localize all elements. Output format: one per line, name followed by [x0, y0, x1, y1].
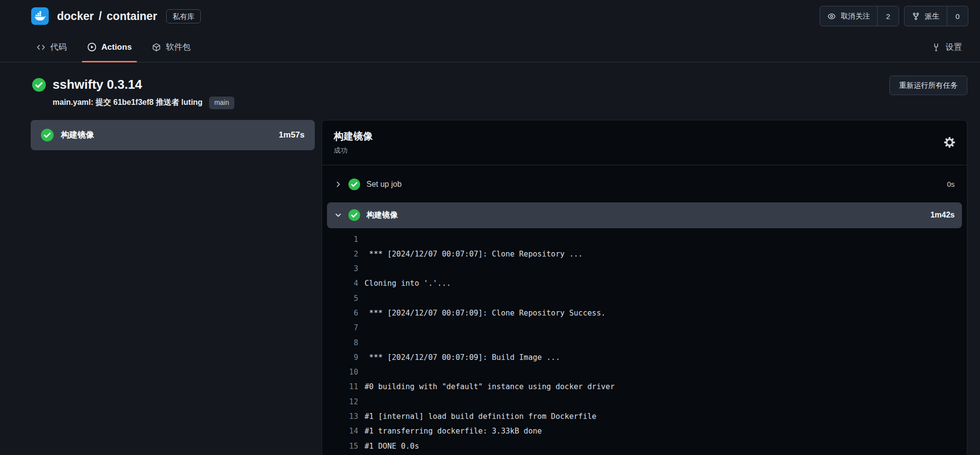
log-line-number[interactable]: 1 — [322, 232, 358, 247]
log-line: 13 #1 [internal] load build definition f… — [322, 409, 967, 424]
chevron-right-icon — [334, 180, 342, 188]
log-line-text: #0 building with "default" instance usin… — [365, 379, 615, 394]
branch-badge[interactable]: main — [209, 97, 234, 109]
log-line: 12 — [322, 395, 967, 409]
repo-tab-bar: 代码 Actions 软件包 设置 — [0, 32, 980, 62]
log-line-text: #1 transferring dockerfile: 3.33kB done — [365, 424, 542, 438]
log-line-number[interactable]: 8 — [322, 336, 358, 350]
log-line: 14 #1 transferring dockerfile: 3.33kB do… — [322, 424, 967, 438]
log-line-number[interactable]: 3 — [322, 261, 358, 276]
watch-button-group: 取消关注 2 — [820, 6, 899, 26]
log-line: 4 Cloning into '.'... — [322, 276, 967, 291]
log-line: 3 — [322, 261, 967, 276]
unwatch-label: 取消关注 — [841, 12, 870, 21]
log-line: 7 — [322, 320, 967, 335]
jobs-sidebar: 构建镜像 1m57s — [31, 120, 315, 150]
forks-count[interactable]: 0 — [947, 6, 968, 26]
job-log-panel: 构建镜像 成功 — [322, 120, 967, 455]
log-line-number[interactable]: 15 — [322, 439, 358, 454]
breadcrumb-separator: / — [98, 10, 101, 23]
step-list: Set up job 0s 构建镜像 1m42s — [322, 165, 967, 228]
repo-action-buttons: 取消关注 2 派生 0 — [820, 6, 968, 26]
log-line-number[interactable]: 2 — [322, 247, 358, 261]
package-icon — [152, 43, 161, 52]
log-line-number[interactable]: 5 — [322, 291, 358, 306]
job-panel-status: 成功 — [334, 146, 955, 155]
run-title: sshwifty 0.3.14 — [53, 77, 142, 92]
visibility-badge: 私有库 — [166, 9, 201, 23]
fork-button-group: 派生 0 — [904, 6, 968, 26]
play-circle-icon — [87, 42, 96, 52]
repo-avatar[interactable] — [31, 7, 49, 25]
log-line-text: *** [2024/12/07 00:07:07]: Clone Reposit… — [365, 247, 583, 261]
rerun-all-jobs-button[interactable]: 重新运行所有任务 — [889, 76, 967, 95]
code-icon — [37, 43, 45, 52]
job-duration: 1m57s — [279, 130, 305, 140]
tab-actions-label: Actions — [101, 42, 132, 52]
git-fork-icon — [912, 12, 920, 20]
job-success-check-icon — [41, 129, 54, 141]
log-line-number[interactable]: 9 — [322, 350, 358, 365]
log-line-number[interactable]: 14 — [322, 424, 358, 438]
log-line-number[interactable]: 6 — [322, 306, 358, 320]
step-log-output: 1 2 *** [2024/12/07 00:07:07]: Clone Rep… — [322, 232, 967, 455]
repo-owner-link[interactable]: docker — [57, 10, 94, 23]
job-name: 构建镜像 — [61, 129, 94, 140]
log-line-text: #1 DONE 0.0s — [365, 439, 419, 454]
log-line: 6 *** [2024/12/07 00:07:09]: Clone Repos… — [322, 306, 967, 320]
log-line: 11 #0 building with "default" instance u… — [322, 379, 967, 394]
log-line-text: *** [2024/12/07 00:07:09]: Clone Reposit… — [365, 306, 606, 320]
log-line: 15 #1 DONE 0.0s — [322, 439, 967, 454]
log-line-number[interactable]: 7 — [322, 320, 358, 335]
step-name: Set up job — [366, 180, 402, 189]
tab-settings[interactable]: 设置 — [926, 32, 967, 62]
job-list-item[interactable]: 构建镜像 1m57s — [31, 120, 315, 150]
tab-packages-label: 软件包 — [166, 41, 191, 53]
top-bar: docker / container 私有库 取消关注 2 — [0, 0, 980, 32]
fork-label: 派生 — [925, 12, 940, 21]
job-panel-title: 构建镜像 — [334, 130, 955, 143]
watchers-count[interactable]: 2 — [877, 6, 898, 26]
step-duration: 1m42s — [930, 211, 955, 219]
tab-code-label: 代码 — [50, 41, 67, 53]
log-line: 8 — [322, 336, 967, 350]
tab-actions[interactable]: Actions — [82, 32, 137, 62]
step-duration: 0s — [947, 180, 955, 188]
run-success-check-icon — [32, 78, 46, 92]
log-line-text: *** [2024/12/07 00:07:09]: Build Image .… — [365, 350, 560, 365]
log-line: 9 *** [2024/12/07 00:07:09]: Build Image… — [322, 350, 967, 365]
log-line: 2 *** [2024/12/07 00:07:07]: Clone Repos… — [322, 247, 967, 261]
gear-icon — [944, 137, 955, 148]
log-line: 1 — [322, 232, 967, 247]
tab-settings-label: 设置 — [945, 41, 962, 53]
chevron-down-icon — [334, 211, 342, 219]
step-success-check-icon — [348, 209, 360, 221]
run-detail-layout: 构建镜像 1m57s 构建镜像 成功 — [0, 120, 980, 455]
log-line-number[interactable]: 12 — [322, 395, 358, 409]
job-panel-header: 构建镜像 成功 — [322, 120, 967, 165]
eye-icon — [827, 12, 836, 20]
log-line: 5 — [322, 291, 967, 306]
log-line: 10 — [322, 365, 967, 379]
run-commit-info[interactable]: main.yaml: 提交 61be1f3ef8 推送者 luting — [53, 98, 203, 108]
tab-code[interactable]: 代码 — [31, 32, 72, 62]
repo-name-link[interactable]: container — [107, 10, 157, 23]
tab-packages[interactable]: 软件包 — [147, 32, 196, 62]
docker-logo-icon — [34, 10, 46, 22]
log-line-number[interactable]: 4 — [322, 276, 358, 291]
step-row-setup-job[interactable]: Set up job 0s — [327, 173, 962, 196]
unwatch-button[interactable]: 取消关注 — [820, 6, 877, 26]
log-settings-button[interactable] — [944, 137, 955, 148]
log-line-number[interactable]: 13 — [322, 409, 358, 424]
log-line-text: #1 [internal] load build definition from… — [365, 409, 596, 424]
workflow-run-header: sshwifty 0.3.14 main.yaml: 提交 61be1f3ef8… — [0, 62, 980, 120]
wrench-icon — [932, 43, 941, 52]
log-line-text: Cloning into '.'... — [365, 276, 451, 291]
step-row-build-image[interactable]: 构建镜像 1m42s — [327, 202, 962, 228]
log-line-number[interactable]: 10 — [322, 365, 358, 379]
fork-button[interactable]: 派生 — [904, 6, 947, 26]
repo-breadcrumb: docker / container — [57, 10, 157, 23]
log-line-number[interactable]: 11 — [322, 379, 358, 394]
step-name: 构建镜像 — [366, 210, 398, 220]
step-success-check-icon — [348, 178, 360, 190]
